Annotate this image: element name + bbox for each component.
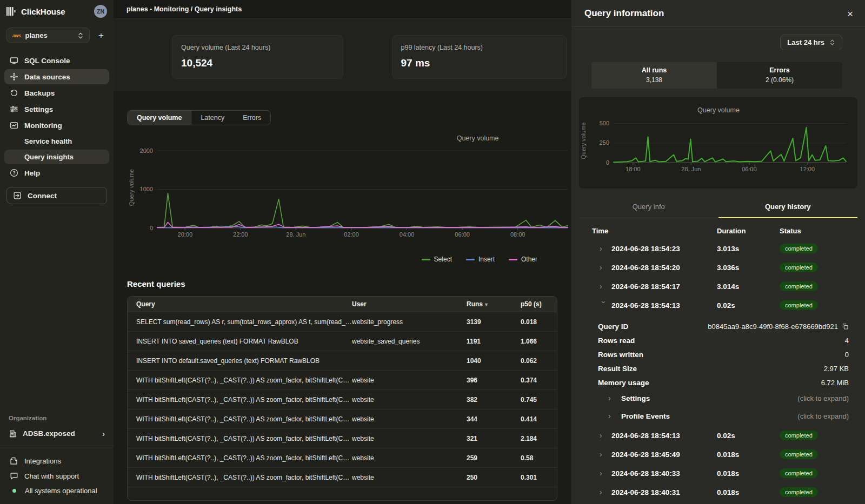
expandable-section[interactable]: › Settings (click to expand) — [592, 389, 849, 407]
panel-tab[interactable]: Query info — [579, 197, 718, 218]
history-time: 2024-06-28 18:54:23 — [611, 245, 680, 253]
stat-label: p99 latency (Last 24 hours) — [401, 44, 557, 51]
chevron-right-icon[interactable]: › — [600, 450, 608, 459]
column-header-runs[interactable]: Runs▾ — [467, 300, 521, 308]
table-row[interactable]: WITH bitShiftLeft(CAST(?..), _CAST(?..))… — [128, 409, 557, 428]
table-row[interactable]: WITH bitShiftLeft(CAST(?..), _CAST(?..))… — [128, 428, 557, 448]
detail-label: Rows read — [598, 337, 635, 345]
expandable-section[interactable]: › Profile Events (click to expand) — [592, 407, 849, 425]
status-dot-icon — [12, 489, 16, 493]
legend-item[interactable]: Other — [509, 256, 537, 263]
close-icon[interactable]: × — [847, 9, 853, 19]
aws-icon: aws — [12, 33, 21, 38]
status-badge: completed — [780, 487, 818, 497]
sidebar-item[interactable]: SQL Console — [4, 53, 109, 68]
service-selector[interactable]: aws planes — [6, 28, 90, 43]
stat-value: 97 ms — [401, 57, 557, 69]
chevron-right-icon[interactable]: › — [600, 244, 608, 253]
svg-text:04:00: 04:00 — [400, 231, 415, 238]
sidebar-item[interactable]: Settings — [4, 102, 109, 117]
history-row[interactable]: › 2024-06-28 18:54:23 3.013s completed — [592, 239, 849, 258]
sort-descending-icon: ▾ — [485, 301, 488, 307]
history-row[interactable]: › 2024-06-28 18:40:31 0.018s completed — [592, 483, 849, 502]
table-row[interactable]: WITH bitShiftLeft(CAST(?..), _CAST(?..))… — [128, 370, 557, 389]
svg-text:22:00: 22:00 — [233, 231, 248, 238]
panel-header: Query information × — [571, 0, 865, 26]
panel-tab[interactable]: Query history — [718, 197, 858, 218]
history-row[interactable]: › 2024-06-28 18:54:13 0.02s completed — [592, 296, 849, 315]
table-row[interactable]: INSERT INTO default.saved_queries (text)… — [128, 351, 557, 370]
legend-item[interactable]: Select — [422, 256, 452, 263]
history-row[interactable]: › 2024-06-28 18:54:17 3.014s completed — [592, 277, 849, 296]
chart-section: Query volume Latency Errors 01000200020:… — [114, 91, 571, 263]
chat-support-item[interactable]: Chat with support — [4, 469, 109, 483]
query-history-table: Time Duration Status › 2024-06-28 18:54:… — [571, 218, 865, 502]
column-header-duration: Duration — [717, 227, 780, 235]
stats-band: Query volume (Last 24 hours) 10,524 p99 … — [114, 19, 571, 91]
sidebar-item-help[interactable]: ? Help — [4, 165, 109, 180]
settings-icon — [10, 105, 18, 113]
chat-icon — [10, 472, 18, 480]
chevron-right-icon[interactable]: › — [600, 431, 608, 440]
chart-tab[interactable]: Errors — [234, 111, 270, 125]
status-badge: completed — [780, 431, 818, 440]
all-runs-toggle[interactable]: All runs 3,138 — [591, 62, 717, 89]
sidebar-item[interactable]: Backups — [4, 85, 109, 100]
p50-cell: 1.066 — [521, 338, 557, 345]
chevron-right-icon[interactable]: › — [600, 301, 608, 310]
connect-button[interactable]: Connect — [6, 187, 107, 204]
table-row[interactable]: INSERT INTO saved_queries (text) FORMAT … — [128, 331, 557, 351]
query-cell: WITH bitShiftLeft(CAST(?..), _CAST(?..))… — [128, 454, 352, 462]
organization-row[interactable]: ADSB.exposed › — [0, 426, 114, 446]
table-row[interactable]: WITH bitShiftLeft(CAST(?..), _CAST(?..))… — [128, 467, 557, 487]
legend-item[interactable]: Insert — [466, 256, 495, 263]
table-row[interactable]: WITH bitShiftLeft(CAST(?..), _CAST(?..))… — [128, 448, 557, 467]
chart-tab[interactable]: Latency — [191, 111, 234, 125]
detail-row: Result Size 2.97 KB — [592, 361, 849, 375]
help-label: Help — [24, 169, 40, 177]
table-row-partial[interactable] — [128, 487, 557, 500]
p99-latency-stat-card: p99 latency (Last 24 hours) 97 ms — [392, 35, 567, 79]
history-duration: 3.013s — [717, 245, 739, 253]
expand-hint: (click to expand) — [797, 394, 849, 402]
status-badge: completed — [780, 244, 818, 253]
p50-cell: 2.184 — [521, 435, 557, 442]
history-time: 2024-06-28 18:54:13 — [611, 301, 680, 310]
system-status-item[interactable]: All systems operational — [4, 484, 109, 498]
detail-label: Memory usage — [598, 379, 649, 387]
history-row-details: Query ID b0845aa9-a8c9-49f0-8f68-e678669… — [592, 315, 849, 426]
history-duration: 0.018s — [717, 488, 739, 496]
sidebar-sub-item[interactable]: Query insights — [4, 150, 109, 164]
table-row[interactable]: SELECT sum(read_rows) AS r, sum(total_ro… — [128, 312, 557, 331]
legend-swatch — [509, 259, 517, 260]
integrations-label: Integrations — [24, 457, 61, 465]
sidebar-item[interactable]: Data sources — [4, 69, 109, 84]
errors-toggle[interactable]: Errors 2 (0.06%) — [717, 62, 842, 89]
copy-icon[interactable] — [842, 323, 849, 330]
user-cell: website — [352, 435, 467, 442]
table-row[interactable]: WITH bitShiftLeft(CAST(?..), _CAST(?..))… — [128, 389, 557, 409]
history-row[interactable]: › 2024-06-28 18:54:20 3.036s completed — [592, 258, 849, 277]
expand-hint: (click to expand) — [797, 412, 849, 420]
chevron-right-icon[interactable]: › — [600, 263, 608, 272]
add-service-button[interactable]: + — [96, 30, 106, 41]
history-row[interactable]: › 2024-06-28 18:54:13 0.02s completed — [592, 426, 849, 445]
integrations-item[interactable]: Integrations — [4, 454, 109, 468]
user-avatar[interactable]: ZN — [94, 5, 107, 18]
p50-cell: 0.745 — [521, 396, 557, 404]
chevron-right-icon[interactable]: › — [600, 282, 608, 291]
history-row[interactable]: › 2024-06-28 18:45:49 0.018s completed — [592, 445, 849, 464]
stat-value: 10,524 — [181, 57, 334, 69]
chevron-right-icon[interactable]: › — [600, 488, 608, 496]
svg-text:2000: 2000 — [140, 147, 153, 154]
chevron-right-icon[interactable]: › — [600, 469, 608, 478]
time-range-select[interactable]: Last 24 hrs — [780, 35, 842, 50]
runs-cell: 344 — [467, 415, 521, 423]
svg-text:02:00: 02:00 — [344, 231, 359, 238]
legend-label: Other — [521, 256, 537, 263]
sidebar-sub-item[interactable]: Service health — [4, 134, 109, 149]
chart-tab[interactable]: Query volume — [128, 111, 191, 125]
sidebar-item[interactable]: Monitoring — [4, 118, 109, 133]
history-row[interactable]: › 2024-06-28 18:40:33 0.018s completed — [592, 464, 849, 483]
app-root: ClickHouse ZN aws planes + SQL Console D… — [0, 0, 865, 504]
